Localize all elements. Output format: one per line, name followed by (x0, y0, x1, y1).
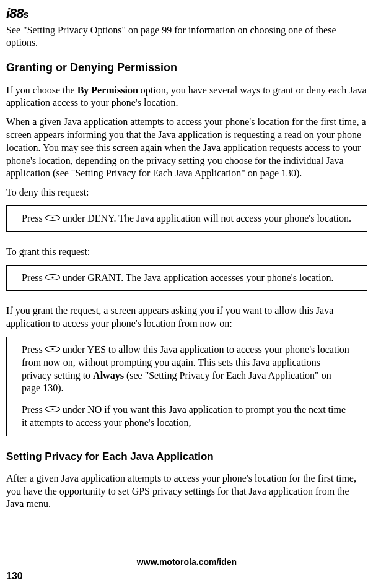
softkey-icon (45, 406, 60, 412)
instruction-deny: Press under DENY. The Java application w… (22, 212, 352, 225)
paragraph-first-access: When a given Java application attempts t… (6, 116, 367, 180)
paragraph-after-grant: If you grant the request, a screen appea… (6, 305, 367, 331)
brand-logo: i88s (6, 5, 367, 23)
softkey-icon (45, 346, 60, 352)
footer-url: www.motorola.com/iden (6, 556, 367, 568)
softkey-icon (45, 215, 60, 221)
instruction-box-grant: Press under GRANT. The Java application … (6, 265, 367, 292)
intro-paragraph: See "Setting Privacy Options" on page 99… (6, 24, 367, 50)
paragraph-setting-privacy: After a given Java application attempts … (6, 472, 367, 511)
instruction-yes: Press under YES to allow this Java appli… (22, 344, 352, 395)
brand-suffix: s (24, 9, 28, 20)
page-footer: www.motorola.com/iden 130 (6, 556, 367, 583)
paragraph-deny-intro: To deny this request: (6, 186, 367, 199)
instruction-grant: Press under GRANT. The Java application … (22, 272, 352, 285)
paragraph-grant-intro: To grant this request: (6, 246, 367, 259)
instruction-box-deny: Press under DENY. The Java application w… (6, 205, 367, 232)
always-bold: Always (93, 370, 124, 381)
section-heading-granting: Granting or Denying Permission (6, 61, 367, 75)
section-heading-setting-privacy: Setting Privacy for Each Java Applicatio… (6, 450, 367, 464)
softkey-icon (45, 274, 60, 280)
instruction-no: Press under NO if you want this Java app… (22, 404, 352, 430)
brand-name: i88 (6, 6, 24, 21)
page-number: 130 (6, 570, 367, 583)
by-permission-bold: By Permission (77, 85, 138, 95)
paragraph-by-permission: If you choose the By Permission option, … (6, 84, 367, 110)
instruction-box-yes-no: Press under YES to allow this Java appli… (6, 337, 367, 436)
